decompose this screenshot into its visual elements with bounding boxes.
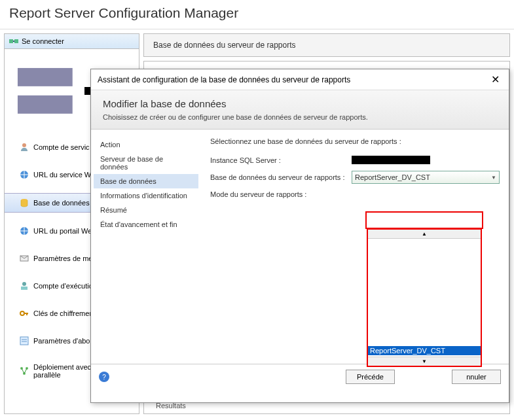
dropdown-list-body: ReportServer_DV_CST (368, 239, 481, 357)
report-db-dropdown[interactable]: ReportServer_DV_CST ▼ (352, 171, 500, 184)
label-sql-instance: Instance SQL Server : (210, 156, 348, 164)
svg-rect-10 (21, 287, 28, 290)
report-db-dropdown-list[interactable]: ▲ ReportServer_DV_CST ▼ (367, 228, 482, 367)
service-account-icon (19, 142, 29, 152)
wizard-step-action[interactable]: Action (94, 137, 198, 152)
svg-rect-1 (14, 39, 18, 43)
mail-settings-icon (19, 253, 29, 264)
nav-label: Paramètres de me (33, 254, 92, 262)
svg-point-4 (22, 143, 26, 147)
row-server-mode: Mode du serveur de rapports : (210, 190, 500, 198)
svg-rect-2 (18, 68, 73, 86)
exec-account-icon (19, 281, 29, 291)
key-icon (19, 308, 29, 319)
svg-rect-3 (18, 96, 73, 114)
wizard-prompt: Sélectionnez une base de données du serv… (210, 137, 500, 145)
dropdown-selected-value: ReportServer_DV_CST (355, 173, 430, 181)
label-server-mode: Mode du serveur de rapports : (210, 190, 348, 198)
wizard-steps: Action Serveur de base de données Base d… (91, 130, 201, 364)
cancel-button[interactable]: nnuler (452, 370, 501, 384)
nav-label: Compte d'exécutio (33, 282, 93, 290)
svg-point-9 (22, 282, 26, 286)
wizard-header-title: Modifier la base de données (103, 98, 497, 109)
nav-label: URL du portail We (33, 227, 92, 235)
wizard-step-credentials[interactable]: Informations d'identification (94, 188, 198, 203)
connect-icon (9, 36, 19, 46)
nav-label: Base de données (33, 199, 90, 207)
nav-label: URL du service W (33, 171, 91, 179)
value-sql-instance-redacted (352, 156, 430, 164)
nav-label: Clés de chiffremen (33, 309, 94, 317)
right-pane-header: Base de données du serveur de rapports (143, 33, 510, 57)
database-icon (19, 198, 29, 208)
chevron-down-icon: ▼ (491, 175, 496, 181)
wizard-titlebar: Assistant de configuration de la base de… (91, 69, 509, 90)
previous-button[interactable]: Précéde (346, 370, 395, 384)
globe-icon (19, 226, 29, 236)
connect-label: Se connecter (22, 37, 64, 45)
svg-rect-12 (20, 337, 28, 345)
scaleout-icon (19, 366, 29, 376)
server-icon (9, 54, 82, 128)
nav-label: Paramètres d'abo (33, 337, 90, 345)
dropdown-option-selected[interactable]: ReportServer_DV_CST (368, 346, 481, 355)
row-report-db: Base de données du serveur de rapports :… (210, 171, 500, 184)
wizard-header-subtitle: Choisissez de créer ou de configurer une… (103, 113, 497, 121)
wizard-step-summary[interactable]: Résumé (94, 203, 198, 217)
wizard-header: Modifier la base de données Choisissez d… (91, 90, 509, 130)
wizard-step-dbserver[interactable]: Serveur de base de données (94, 152, 198, 174)
app-title: Report Server Configuration Manager (0, 0, 514, 29)
wizard-buttons: Précéde nnuler (346, 370, 501, 384)
close-button[interactable]: ✕ (488, 73, 502, 86)
wizard-footer: ? Précéde nnuler (91, 364, 509, 389)
row-sql-instance: Instance SQL Server : (210, 156, 500, 164)
wizard-step-database[interactable]: Base de données (94, 174, 198, 188)
globe-icon (19, 169, 29, 180)
label-report-db: Base de données du serveur de rapports : (210, 173, 348, 181)
nav-label: Compte de servic (33, 143, 90, 151)
scroll-down-arrow[interactable]: ▼ (368, 357, 481, 366)
wizard-step-progress[interactable]: État d'avancement et fin (94, 217, 198, 232)
close-icon: ✕ (491, 74, 500, 85)
wizard-title-text: Assistant de configuration de la base de… (98, 75, 350, 84)
subscription-icon (19, 336, 29, 346)
svg-point-11 (20, 311, 24, 315)
help-icon[interactable]: ? (99, 372, 109, 382)
scroll-up-arrow[interactable]: ▲ (368, 230, 481, 239)
svg-rect-0 (9, 39, 13, 43)
connect-bar[interactable]: Se connecter (5, 34, 139, 49)
